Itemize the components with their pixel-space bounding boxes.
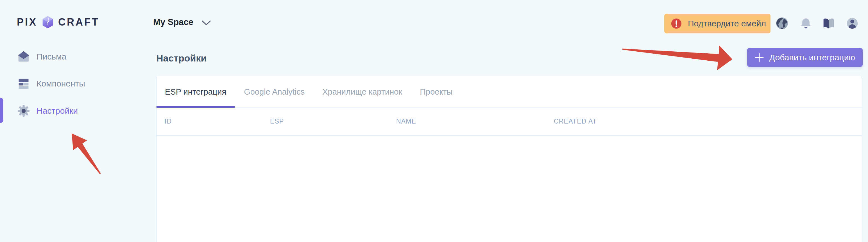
docs-button[interactable] [822, 16, 835, 30]
exclamation-icon [671, 18, 682, 29]
column-header-id: ID [165, 117, 270, 125]
add-integration-button[interactable]: Добавить интеграцию [747, 48, 863, 67]
mail-icon [18, 50, 30, 63]
workspace-label: My Space [153, 17, 193, 27]
column-header-esp: ESP [270, 117, 396, 125]
active-nav-indicator [0, 98, 3, 123]
workspace-switcher[interactable]: My Space [153, 17, 211, 27]
table-body-empty [156, 136, 862, 242]
content-card: ESP интеграция Google Analytics Хранилищ… [156, 76, 862, 242]
add-integration-label: Добавить интеграцию [769, 53, 855, 62]
column-header-name: NAME [396, 117, 554, 125]
sidebar-item-label: Настройки [36, 106, 78, 116]
globe-icon [775, 16, 789, 30]
logo-word-pix: PIX [17, 16, 37, 28]
tab-esp-integration[interactable]: ESP интеграция [156, 76, 235, 107]
gear-icon [18, 105, 30, 117]
sidebar-item-label: Компоненты [36, 79, 85, 89]
profile-button[interactable] [845, 16, 859, 30]
tab-image-storage[interactable]: Хранилище картинок [314, 76, 410, 107]
arrow-to-settings-nav [72, 133, 101, 174]
tab-projects[interactable]: Проекты [411, 76, 461, 107]
sidebar-item-components[interactable]: Компоненты [18, 77, 85, 91]
email-warning-button[interactable]: Подтвердите емейл [664, 14, 771, 33]
bell-icon [800, 17, 812, 30]
notifications-button[interactable] [799, 16, 813, 30]
logo[interactable]: PIX CRAFT [17, 16, 99, 29]
plus-icon [755, 53, 764, 62]
sidebar-item-label: Письма [36, 52, 66, 62]
page-title: Настройки [156, 53, 207, 64]
column-header-created-at: CREATED AT [554, 117, 862, 125]
arrow-to-add-integration-button [622, 46, 732, 70]
components-icon [18, 77, 30, 90]
sidebar-item-letters[interactable]: Письма [18, 50, 66, 64]
chevron-down-icon [201, 20, 211, 26]
logo-word-craft: CRAFT [58, 16, 99, 28]
tab-google-analytics[interactable]: Google Analytics [236, 76, 313, 107]
globe-button[interactable] [775, 16, 789, 30]
sidebar-item-settings[interactable]: Настройки [18, 104, 78, 117]
email-warning-label: Подтвердите емейл [688, 19, 766, 28]
table-header-row: ID ESP NAME CREATED AT [156, 108, 862, 136]
settings-tabs: ESP интеграция Google Analytics Хранилищ… [156, 76, 862, 108]
book-icon [822, 17, 835, 30]
avatar-icon [846, 17, 859, 30]
cube-icon [42, 16, 54, 29]
